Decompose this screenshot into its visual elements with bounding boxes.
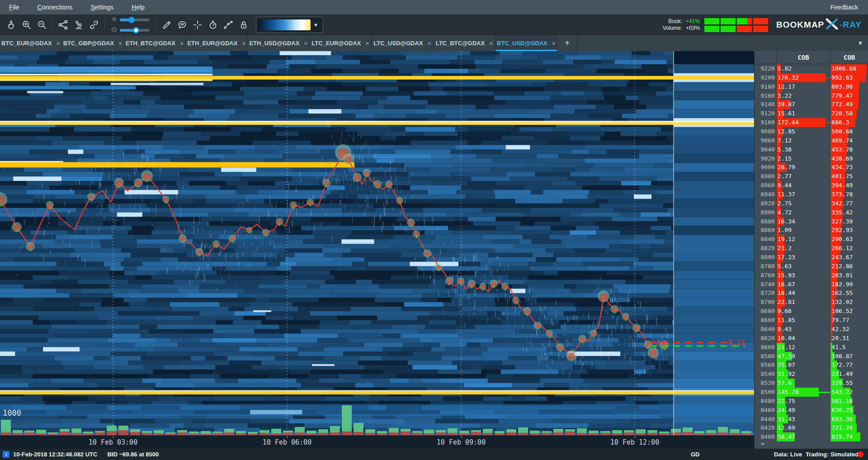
cob-row-8680[interactable]: 86809.66106.52 xyxy=(755,307,868,316)
cob-row-8940[interactable]: 894011.37373.78 xyxy=(755,190,868,199)
size-value: 401.75 xyxy=(831,172,853,181)
cob-row-8860[interactable]: 88601.09292.93 xyxy=(755,226,868,235)
cob-row-9080[interactable]: 908012.85500.68 xyxy=(755,127,868,136)
cob-row-8920[interactable]: 89202.75342.77 xyxy=(755,199,868,208)
menu-item-settings[interactable]: Settings xyxy=(81,4,123,11)
time-slider[interactable] xyxy=(120,29,150,32)
cob-row-8780[interactable]: 87805.63212.86 xyxy=(755,262,868,271)
colormap-picker[interactable]: ▼ xyxy=(256,17,323,33)
cob-row-8880[interactable]: 888016.34327.39 xyxy=(755,217,868,226)
cob-row-9060[interactable]: 90607.12469.74 xyxy=(755,136,868,145)
menu-item-connections[interactable]: Connections xyxy=(28,4,82,11)
cob-row-9160[interactable]: 91603.22779.47 xyxy=(755,91,868,100)
dropdown-arrow-icon[interactable]: ▼ xyxy=(311,22,321,28)
tab-close-icon[interactable]: × xyxy=(57,40,60,47)
cob-row-8520[interactable]: 852057.6329.55 xyxy=(755,379,868,388)
large-order-pointer xyxy=(819,392,830,393)
cob-row-8480[interactable]: 848022.75581.18 xyxy=(755,397,868,406)
cob-row-9020[interactable]: 90202.15438.69 xyxy=(755,154,868,163)
cob-row-8840[interactable]: 884019.12290.63 xyxy=(755,235,868,244)
cob-row-8580[interactable]: 858047.39108.87 xyxy=(755,352,868,361)
menu-item-file[interactable]: File xyxy=(0,4,28,11)
price-label: 8580 xyxy=(755,352,776,361)
cob-row-8500[interactable]: 8500145.78543.22 xyxy=(755,388,868,397)
size-value: 12.17 xyxy=(778,82,795,91)
route-icon[interactable] xyxy=(221,17,236,33)
tab-close-icon[interactable]: × xyxy=(428,40,431,47)
cob-row-8620[interactable]: 862010.0420.31 xyxy=(755,334,868,343)
pencil-icon[interactable] xyxy=(159,17,175,33)
bookmap-heatmap-canvas[interactable] xyxy=(0,51,754,435)
time-axis[interactable]: 10 Feb 03:0010 Feb 06:0010 Feb 09:0010 F… xyxy=(0,435,754,449)
cob-row-8640[interactable]: 86409.4342.32 xyxy=(755,325,868,334)
cob-row-8700[interactable]: 870022.81132.02 xyxy=(755,298,868,307)
size-value: 20.31 xyxy=(831,334,849,343)
size-value: 108.87 xyxy=(831,352,853,361)
tab-ltc_btc@gdax[interactable]: LTC_BTC@GDAX× xyxy=(434,35,495,51)
add-tab-button[interactable]: + xyxy=(557,35,577,51)
cob-row-8600[interactable]: 860021.1241.5 xyxy=(755,343,868,352)
book-value: +41% xyxy=(686,18,700,25)
tab-close-icon[interactable]: × xyxy=(366,40,369,47)
price-label: 9000 xyxy=(755,163,776,172)
cob-row-8980[interactable]: 89802.77401.75 xyxy=(755,172,868,181)
tab-btc_gbp@gdax[interactable]: BTC_GBP@GDAX× xyxy=(62,35,124,51)
cob-row-9040[interactable]: 90405.38453.78 xyxy=(755,145,868,154)
cob-row-8660[interactable]: 866011.8579.77 xyxy=(755,316,868,325)
lock-icon[interactable] xyxy=(236,17,251,33)
cob-row-8540[interactable]: 854031.92231.49 xyxy=(755,370,868,379)
cob-row-8740[interactable]: 874016.67182.99 xyxy=(755,280,868,289)
tab-close-icon[interactable]: × xyxy=(180,40,184,47)
cob-row-8720[interactable]: 872018.44162.55 xyxy=(755,289,868,298)
tab-close-icon[interactable]: × xyxy=(242,40,245,47)
cob-row-9220[interactable]: 92205.821006.68 xyxy=(755,64,868,73)
cob-row-8960[interactable]: 89609.44394.49 xyxy=(755,181,868,190)
zoom-in-icon[interactable] xyxy=(19,17,34,33)
microscope-icon[interactable] xyxy=(71,17,86,33)
status-bid-info: BID ~69.86 at 8500 xyxy=(107,451,159,458)
tab-btc_usd@gdax[interactable]: BTC_USD@GDAX× xyxy=(495,35,557,51)
menu-item-help[interactable]: Help xyxy=(123,4,154,11)
cob-row-9180[interactable]: 918012.17803.98 xyxy=(755,82,868,91)
stopwatch-icon[interactable] xyxy=(205,17,221,33)
price-label: 8940 xyxy=(755,190,776,199)
tab-close-icon[interactable]: × xyxy=(118,40,122,47)
zoom-out-icon[interactable] xyxy=(34,17,50,33)
cob-row-8560[interactable]: 856025.07172.77 xyxy=(755,360,868,370)
tab-close-icon[interactable]: × xyxy=(489,40,493,47)
tab-close-icon[interactable]: × xyxy=(304,40,307,47)
tab-list-chevron-icon[interactable]: ▼ xyxy=(853,35,868,51)
balance-segment xyxy=(704,26,719,32)
cob-row-9000[interactable]: 900026.79434.73 xyxy=(755,163,868,172)
brightness-slider[interactable] xyxy=(120,19,150,21)
price-label: 8660 xyxy=(755,316,776,325)
menu-item-feedback[interactable]: Feedback xyxy=(821,4,868,11)
cob-row-8800[interactable]: 880017.23243.67 xyxy=(755,253,868,262)
tab-eth_btc@gdax[interactable]: ETH_BTC@GDAX× xyxy=(124,35,186,51)
cob-row-8460[interactable]: 846024.49630.25 xyxy=(755,406,868,415)
cob-row-8420[interactable]: 842012.69721.24 xyxy=(755,423,868,432)
tab-btc_eur@gdax[interactable]: BTC_EUR@GDAX× xyxy=(0,35,62,51)
tab-ltc_eur@gdax[interactable]: LTC_EUR@GDAX× xyxy=(310,35,372,51)
size-value: 203.01 xyxy=(831,271,853,280)
cob-row-9100[interactable]: 9100172.44686.3 xyxy=(755,118,868,127)
cob-row-9200[interactable]: 9200176.32992.63 xyxy=(755,73,868,82)
cob-row-9120[interactable]: 912015.61720.58 xyxy=(755,109,868,118)
tab-eth_eur@gdax[interactable]: ETH_EUR@GDAX× xyxy=(186,35,248,51)
cob-row-8900[interactable]: 89004.72335.42 xyxy=(755,208,868,217)
cob-row-9140[interactable]: 914039.87772.49 xyxy=(755,100,868,109)
crosshair-icon[interactable] xyxy=(190,17,205,33)
cob-row-8400[interactable]: 840056.47819.74 xyxy=(755,432,868,441)
size-value: 292.93 xyxy=(831,226,853,235)
scroll-up-icon[interactable]: ^ xyxy=(755,442,764,449)
tab-ltc_usd@gdax[interactable]: LTC_USD@GDAX× xyxy=(372,35,434,51)
share-icon[interactable] xyxy=(56,17,71,33)
cob-row-8820[interactable]: 882021.2266.12 xyxy=(755,244,868,253)
tab-close-icon[interactable]: × xyxy=(552,40,556,47)
tab-eth_usd@gdax[interactable]: ETH_USD@GDAX× xyxy=(248,35,310,51)
link-icon[interactable] xyxy=(86,17,102,33)
cob-row-8440[interactable]: 844031.43693.36 xyxy=(755,415,868,424)
cob-row-8760[interactable]: 876015.93203.01 xyxy=(755,271,868,280)
hand-pointer-icon[interactable] xyxy=(4,17,19,33)
chat-bubble-icon[interactable] xyxy=(175,17,190,33)
